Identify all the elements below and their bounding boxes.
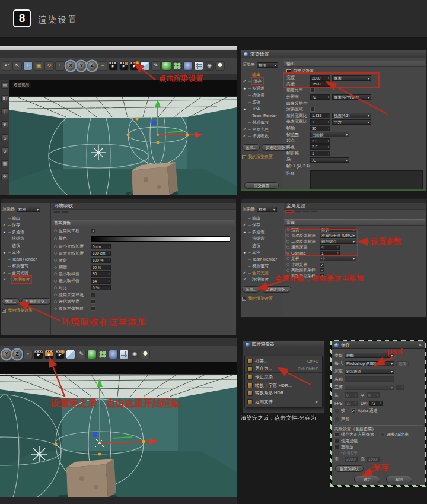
x-lock-icon[interactable]: X — [66, 61, 75, 71]
row-field[interactable]: ✓ — [91, 229, 95, 233]
left-tool-icon-2[interactable]: ◧ — [1, 95, 8, 102]
row-field[interactable] — [334, 417, 339, 421]
my-settings-check[interactable]: × — [242, 155, 246, 159]
row-field[interactable]: 中 — [320, 256, 356, 261]
row-field[interactable]: 72 — [310, 94, 330, 100]
pen-icon[interactable]: ✎ — [151, 61, 161, 71]
nav-item[interactable]: 输出 — [242, 215, 283, 222]
menu-item[interactable]: 转换矩形 HDR... — [245, 389, 322, 397]
array-icon[interactable] — [173, 61, 182, 71]
tab[interactable] — [286, 211, 293, 212]
rotate-tool-icon[interactable]: ↻ — [44, 61, 54, 71]
sphere-icon[interactable] — [162, 61, 171, 71]
row-field[interactable]: 2000 — [345, 457, 358, 462]
row-field[interactable] — [91, 293, 95, 297]
nav-enable-check[interactable]: ✓ — [242, 127, 247, 132]
nav-item[interactable]: 输出 — [242, 71, 283, 78]
z-lock-icon[interactable]: Z — [12, 350, 22, 359]
z-lock-icon[interactable]: Z — [87, 61, 97, 71]
nav-item[interactable]: 选项 — [242, 242, 283, 249]
left-tool-icon-3[interactable]: L — [1, 108, 8, 115]
reset-default-button[interactable]: 重置为默认 — [335, 465, 364, 472]
nav-enable-check[interactable]: ✓ — [242, 271, 247, 275]
row-field[interactable]: 0 cm — [91, 244, 111, 249]
camera-icon[interactable]: ◉ — [130, 350, 139, 359]
row-field[interactable] — [91, 236, 230, 242]
last-tool-icon[interactable]: + — [55, 61, 65, 71]
row-field[interactable] — [91, 306, 95, 311]
nav-item[interactable]: ✓保存 — [242, 78, 283, 85]
menu-item[interactable]: 停止渲染... — [245, 373, 322, 381]
nav-enable-check[interactable]: ✓ — [242, 134, 247, 138]
render-view-icon[interactable]: ▶ — [109, 61, 118, 71]
left-tool-icon-6[interactable]: U — [1, 147, 8, 154]
nav-enable-check[interactable]: ● — [2, 230, 7, 234]
row-field[interactable]: 64 — [91, 278, 111, 284]
row-field-2[interactable]: 视频(4:3) — [332, 113, 371, 118]
menu-item[interactable]: 近期文件 ▶ — [245, 398, 322, 405]
nav-item[interactable]: 选项 — [2, 242, 49, 249]
nav-item[interactable]: Team Render — [242, 112, 283, 119]
nav-enable-check[interactable]: ✓ — [2, 271, 7, 275]
render-settings-bottom-button[interactable]: 渲染设置 — [244, 182, 279, 189]
close-icon[interactable]: × — [419, 343, 422, 348]
scale-tool-icon[interactable]: ▣ — [34, 61, 43, 71]
sphere-icon[interactable] — [87, 350, 97, 359]
render-settings-icon[interactable]: ▶ — [55, 350, 65, 359]
row-field-2[interactable] — [396, 385, 404, 390]
row-field-2[interactable]: 1500 — [367, 457, 380, 462]
my-settings-label[interactable]: 我的渲染设置 — [248, 154, 273, 160]
row-field[interactable]: 无 — [310, 157, 349, 163]
nav-item[interactable]: ✓全局光照 — [2, 270, 49, 277]
render-settings-icon[interactable]: ▶ — [130, 61, 139, 71]
row-field[interactable]: 30 — [310, 126, 330, 131]
row-field-2[interactable]: 平方 — [332, 119, 371, 125]
left-tool-icon-5[interactable]: S — [1, 134, 8, 141]
nav-item[interactable]: ✓全局光照 — [242, 126, 283, 133]
row-field[interactable]: 8位/通道 — [345, 369, 394, 374]
menu-item[interactable]: 转换十字形 HDR... — [245, 382, 322, 389]
nav-item[interactable]: ●立体 — [242, 106, 283, 113]
row-field[interactable]: 30 — [345, 401, 358, 406]
multipass-button[interactable]: 多通道渲染... — [21, 298, 51, 305]
left-tool-icon-8[interactable]: ✛ — [1, 173, 8, 180]
menu-item[interactable]: 打开... Ctrl+O — [245, 357, 322, 365]
nav-enable-check[interactable]: ● — [242, 230, 247, 234]
select-tool-icon[interactable]: ↖ — [12, 61, 22, 71]
tab[interactable] — [62, 211, 69, 213]
renderer-select[interactable]: 标准 — [257, 62, 278, 68]
nav-enable-check[interactable]: ✓ — [2, 277, 7, 282]
nav-item[interactable]: ●多通道 — [242, 85, 283, 92]
move-tool-icon[interactable]: ✛ — [23, 61, 33, 71]
tab[interactable] — [294, 211, 301, 212]
nav-item[interactable]: ●立体 — [2, 249, 49, 256]
row-field[interactable]: ✓ — [320, 268, 324, 272]
effects-button[interactable]: 效果... — [242, 144, 260, 151]
row-field[interactable]: 100 cm — [91, 251, 111, 256]
ok-button[interactable]: 确定 — [354, 476, 380, 483]
row-field-2[interactable]: 72 — [369, 401, 383, 406]
row-field-2[interactable] — [380, 432, 385, 437]
my-settings-label[interactable]: 我的渲染设置 — [248, 296, 273, 302]
light-icon[interactable] — [215, 61, 225, 71]
row-field[interactable] — [334, 432, 339, 437]
row-field-2[interactable]: ✓ — [351, 408, 356, 413]
row-field[interactable] — [334, 439, 339, 443]
my-settings-label[interactable]: 我的渲染设置 — [8, 308, 33, 313]
nav-item[interactable]: 抗锯齿 — [242, 236, 283, 243]
cube-icon[interactable] — [66, 350, 75, 359]
coord-system-icon[interactable]: ⌖ — [23, 350, 33, 359]
tab[interactable] — [311, 211, 318, 212]
row-field[interactable]: 50 % — [91, 265, 111, 270]
row-field[interactable]: 1 — [310, 119, 330, 125]
nav-item[interactable]: ✓保存 — [2, 222, 49, 229]
nav-enable-check[interactable]: ● — [242, 251, 247, 255]
y-lock-icon[interactable]: Y — [77, 61, 86, 71]
nav-item[interactable]: 材质覆写 — [242, 263, 283, 270]
nav-item[interactable]: 材质覆写 — [2, 263, 49, 270]
nav-item[interactable]: Team Render — [2, 256, 49, 263]
menu-item[interactable]: 另存为... Ctrl+Shift+S — [245, 365, 322, 373]
renderer-select[interactable]: 标准 — [17, 207, 40, 212]
row-field-2[interactable]: 像素/英寸(DPI) — [332, 94, 371, 100]
row-field[interactable]: ✓ — [320, 262, 324, 267]
